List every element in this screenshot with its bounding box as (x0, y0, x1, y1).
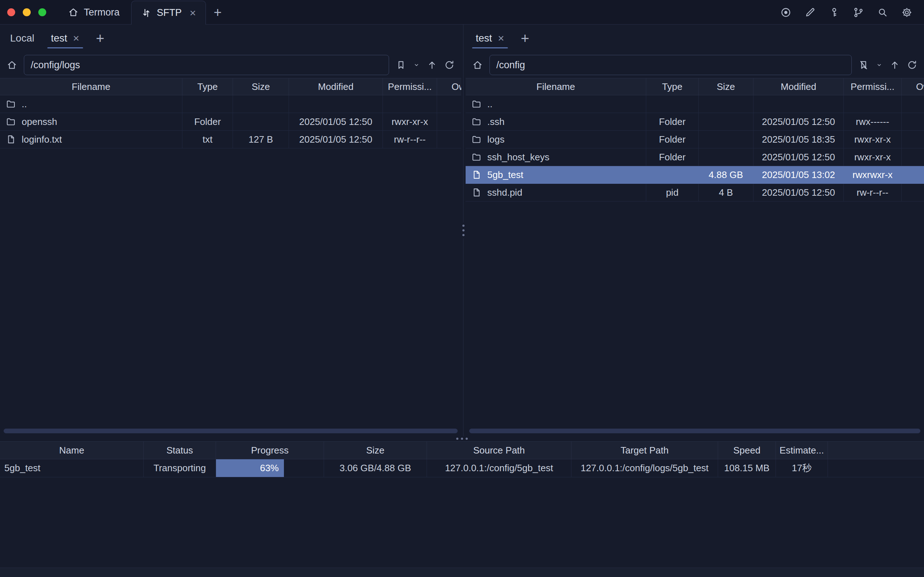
key-button[interactable] (829, 7, 840, 18)
file-type (646, 95, 698, 113)
file-owner (901, 95, 924, 113)
file-size (698, 113, 753, 131)
column-header-permissions[interactable]: Permissi... (844, 78, 901, 95)
search-button[interactable] (877, 7, 888, 18)
close-icon[interactable]: × (190, 8, 196, 18)
file-name: .. (487, 98, 492, 110)
table-row[interactable]: loginfo.txt txt 127 B 2025/01/05 12:50 r… (0, 131, 461, 148)
column-header-modified[interactable]: Modified (753, 78, 844, 95)
settings-button[interactable] (901, 7, 913, 18)
bookmark-dropdown-button[interactable] (876, 61, 883, 69)
file-name: 5gb_test (487, 169, 523, 181)
home-button[interactable] (6, 60, 17, 71)
zoom-window-button[interactable] (38, 8, 46, 16)
close-icon[interactable]: × (73, 33, 79, 44)
file-type (182, 95, 233, 113)
column-header-target-path[interactable]: Target Path (571, 441, 718, 459)
left-horizontal-scrollbar[interactable] (3, 429, 458, 433)
tab-test-right-label: test (476, 32, 492, 44)
file-modified: 2025/01/05 12:50 (753, 113, 844, 131)
bookmark-button[interactable] (395, 60, 406, 71)
table-row[interactable]: logs Folder 2025/01/05 18:35 rwxr-xr-x (466, 131, 924, 148)
refresh-button[interactable] (444, 60, 455, 71)
file-name: openssh (22, 116, 57, 127)
tab-termora[interactable]: Termora (56, 0, 131, 24)
tab-test-left[interactable]: test × (51, 24, 79, 52)
column-header-progress[interactable]: Progress (216, 441, 324, 459)
bookmark-remove-button[interactable] (858, 60, 869, 71)
file-name: sshd.pid (487, 187, 522, 198)
pane-splitter[interactable] (461, 24, 466, 436)
column-header-permissions[interactable]: Permissi... (383, 78, 437, 95)
titlebar: Termora SFTP × + (0, 0, 924, 24)
tab-local[interactable]: Local (10, 24, 34, 52)
key-icon (829, 7, 840, 18)
git-branch-button[interactable] (853, 7, 864, 18)
column-header-estimate[interactable]: Estimate... (776, 441, 828, 459)
column-header-filename[interactable]: Filename (466, 78, 646, 95)
table-row-parent-dir[interactable]: .. (466, 95, 924, 113)
table-row[interactable]: .ssh Folder 2025/01/05 12:50 rwx------ (466, 113, 924, 131)
column-header-name[interactable]: Name (0, 441, 144, 459)
transfer-row[interactable]: 5gb_test Transporting 63% 3.06 GB/4.88 G… (0, 459, 924, 477)
bookmark-dropdown-button[interactable] (413, 61, 420, 69)
right-path-input[interactable] (489, 55, 852, 75)
record-button[interactable] (780, 7, 792, 18)
column-header-speed[interactable]: Speed (718, 441, 776, 459)
file-modified: 2025/01/05 12:50 (289, 131, 383, 148)
home-button[interactable] (472, 60, 483, 71)
splitter-grip-icon[interactable] (462, 222, 464, 238)
folder-icon (471, 134, 482, 144)
column-header-filename[interactable]: Filename (0, 78, 182, 95)
transfer-speed: 108.15 MB (718, 459, 776, 477)
column-header-type[interactable]: Type (182, 78, 233, 95)
refresh-button[interactable] (907, 60, 918, 71)
table-row-selected[interactable]: 5gb_test 4.88 GB 2025/01/05 13:02 rwxrwx… (466, 166, 924, 184)
table-row[interactable]: ssh_host_keys Folder 2025/01/05 12:50 rw… (466, 148, 924, 166)
splitter-grip-icon[interactable] (456, 438, 468, 440)
parent-directory-button[interactable] (889, 60, 900, 71)
file-owner (901, 131, 924, 148)
right-table-header: Filename Type Size Modified Permissi... … (466, 78, 924, 95)
column-header-owner[interactable]: Ow (901, 78, 924, 95)
transfer-source-path: 127.0.0.1:/config/5gb_test (427, 459, 571, 477)
file-owner (437, 131, 461, 148)
remote-pane: test × + Filename Type Size (466, 24, 924, 436)
right-horizontal-scrollbar[interactable] (469, 429, 921, 433)
tab-test-right[interactable]: test × (476, 24, 504, 52)
column-header-modified[interactable]: Modified (289, 78, 383, 95)
table-row[interactable]: sshd.pid pid 4 B 2025/01/05 12:50 rw-r--… (466, 184, 924, 201)
column-header-size[interactable]: Size (324, 441, 427, 459)
column-header-source-path[interactable]: Source Path (427, 441, 571, 459)
column-header-type[interactable]: Type (646, 78, 698, 95)
transfers-splitter[interactable] (0, 436, 924, 441)
edit-button[interactable] (805, 7, 816, 18)
minimize-window-button[interactable] (23, 8, 31, 16)
folder-icon (6, 99, 16, 109)
column-header-status[interactable]: Status (144, 441, 216, 459)
folder-icon (471, 152, 482, 162)
column-header-size[interactable]: Size (698, 78, 753, 95)
column-header-size[interactable]: Size (233, 78, 289, 95)
column-header-owner[interactable]: Ow (437, 78, 461, 95)
folder-icon (471, 99, 482, 109)
close-icon[interactable]: × (498, 33, 504, 44)
file-name: logs (487, 134, 505, 145)
tab-sftp[interactable]: SFTP × (131, 1, 206, 24)
bottom-bar (0, 567, 924, 577)
close-window-button[interactable] (7, 8, 15, 16)
left-path-input[interactable] (24, 55, 389, 75)
chevron-down-icon (876, 61, 883, 69)
home-icon (68, 7, 79, 18)
left-new-tab-button[interactable]: + (96, 31, 105, 45)
parent-directory-button[interactable] (427, 60, 437, 71)
local-pane: Local test × + Filename (0, 24, 461, 436)
table-row[interactable]: openssh Folder 2025/01/05 12:50 rwxr-xr-… (0, 113, 461, 131)
new-window-tab-button[interactable]: + (206, 0, 230, 24)
table-row-parent-dir[interactable]: .. (0, 95, 461, 113)
left-file-table: Filename Type Size Modified Permissi... … (0, 78, 461, 148)
right-new-tab-button[interactable]: + (521, 31, 529, 45)
transfer-filler (828, 459, 924, 477)
right-file-table: Filename Type Size Modified Permissi... … (466, 78, 924, 201)
arrow-up-icon (427, 60, 437, 71)
